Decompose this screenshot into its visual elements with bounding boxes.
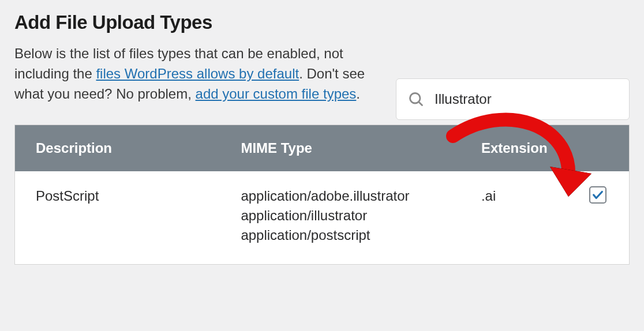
th-mime[interactable]: MIME Type xyxy=(220,125,460,172)
search-box[interactable] xyxy=(396,78,630,120)
cell-mime: application/adobe.illustrator applicatio… xyxy=(220,171,460,264)
th-checkbox xyxy=(568,125,630,172)
header-row: Below is the list of files types that ca… xyxy=(14,44,630,125)
enable-checkbox[interactable] xyxy=(589,186,606,204)
svg-line-1 xyxy=(419,102,422,106)
cell-checkbox xyxy=(568,171,630,264)
file-types-table: Description MIME Type Extension PostScri… xyxy=(14,125,630,265)
intro-text: Below is the list of files types that ca… xyxy=(14,44,372,104)
checkmark-icon xyxy=(591,189,604,201)
page-title: Add File Upload Types xyxy=(14,12,630,33)
link-add-custom[interactable]: add your custom file types xyxy=(196,86,357,101)
table-row: PostScript application/adobe.illustrator… xyxy=(15,171,630,264)
search-icon xyxy=(408,91,424,107)
cell-extension: .ai xyxy=(460,171,568,264)
link-default-files[interactable]: files WordPress allows by default xyxy=(96,66,299,81)
search-wrap xyxy=(396,78,630,120)
th-description[interactable]: Description xyxy=(15,125,220,172)
table-header-row: Description MIME Type Extension xyxy=(15,125,630,172)
search-input[interactable] xyxy=(435,91,617,107)
cell-description: PostScript xyxy=(15,171,220,264)
intro-part3: . xyxy=(356,86,360,101)
th-extension[interactable]: Extension xyxy=(460,125,568,172)
